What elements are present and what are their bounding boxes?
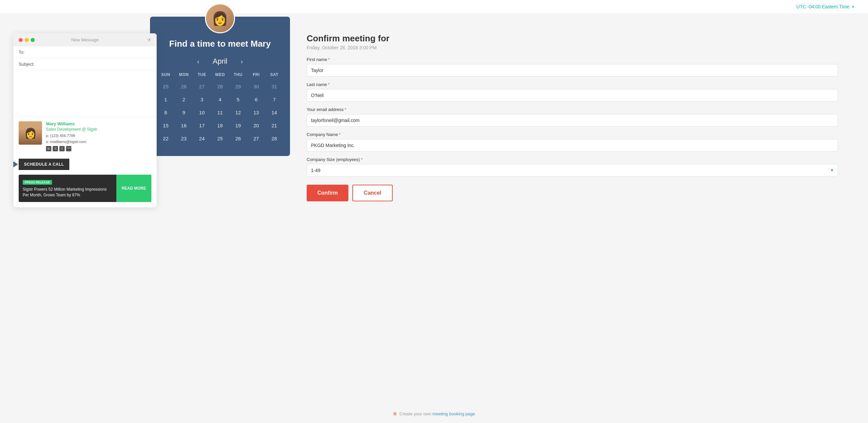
calendar-month: April — [213, 57, 227, 66]
calendar-day[interactable]: 4 — [211, 94, 229, 105]
last-name-input[interactable] — [307, 89, 838, 102]
required-indicator: * — [328, 57, 330, 62]
day-header-tue: TUE — [193, 71, 211, 78]
signature-info: Mary Williams Sales Development @ Sigstr… — [46, 121, 151, 151]
calendar-day[interactable]: 2 — [175, 94, 193, 105]
calendar-day[interactable]: 27 — [247, 133, 265, 144]
confirm-title: Confirm meeting for — [307, 33, 838, 44]
calendar-day[interactable]: 11 — [211, 107, 229, 118]
timezone-label: UTC -04:00 Eastern Time — [796, 4, 849, 9]
avatar-image: 👩 — [19, 121, 42, 145]
email-label: Your email address * — [307, 107, 838, 112]
calendar-day[interactable]: 28 — [265, 133, 283, 144]
next-month-button[interactable]: › — [241, 58, 243, 65]
calendar-day[interactable]: 22 — [157, 133, 175, 144]
host-avatar: 👩 — [205, 3, 235, 33]
calendar-day[interactable]: 26 — [229, 133, 247, 144]
calendar-day: 27 — [193, 81, 211, 92]
sig-social: in 𝕏 f 📷 — [46, 146, 151, 151]
required-indicator: * — [328, 82, 330, 87]
email-to-field[interactable]: To: — [13, 46, 157, 58]
calendar-day[interactable]: 9 — [175, 107, 193, 118]
arrow-indicator — [13, 158, 18, 170]
calendar-day[interactable]: 19 — [229, 120, 247, 131]
calendar-day[interactable]: 18 — [211, 120, 229, 131]
calendar-day[interactable]: 5 — [229, 94, 247, 105]
last-name-group: Last name * — [307, 82, 838, 102]
first-name-label: First name * — [307, 57, 838, 62]
sig-phone: p: (123) 456-7789 — [46, 133, 151, 139]
company-label: Company Name * — [307, 132, 838, 137]
email-group: Your email address * — [307, 107, 838, 127]
confirm-button[interactable]: Confirm — [307, 185, 348, 201]
close-window-button[interactable] — [19, 38, 23, 42]
calendar-day[interactable]: 1 — [157, 94, 175, 105]
prev-month-button[interactable]: ‹ — [197, 58, 199, 65]
calendar-week-row: 891011121314 — [157, 107, 283, 118]
calendar-day[interactable]: 17 — [193, 120, 211, 131]
press-title: Sigstr Powers 52 Million Marketing Impre… — [23, 187, 112, 198]
top-bar: UTC -04:00 Eastern Time ▼ — [0, 0, 868, 13]
day-header-thu: THU — [229, 71, 247, 78]
calendar-avatar: 👩 — [150, 3, 290, 33]
meeting-booking-link[interactable]: meeting booking page — [432, 411, 475, 416]
sig-title: Sales Development @ Sigstr — [46, 127, 151, 132]
calendar-day: 28 — [211, 81, 229, 92]
first-name-input[interactable] — [307, 64, 838, 77]
timezone-selector[interactable]: UTC -04:00 Eastern Time ▼ — [796, 4, 855, 9]
calendar-day[interactable]: 6 — [247, 94, 265, 105]
company-size-group: Company Size (employees) * 1-49 50-199 2… — [307, 157, 838, 177]
company-group: Company Name * — [307, 132, 838, 152]
company-size-label: Company Size (employees) * — [307, 157, 838, 162]
company-size-select[interactable]: 1-49 50-199 200-999 1000+ — [307, 164, 838, 177]
calendar-day: 26 — [175, 81, 193, 92]
last-name-label: Last name * — [307, 82, 838, 87]
instagram-icon[interactable]: 📷 — [66, 146, 71, 151]
calendar-grid: SUN MON TUE WED THU FRI SAT 252627282930… — [150, 71, 290, 144]
calendar-day[interactable]: 7 — [265, 94, 283, 105]
calendar-day[interactable]: 10 — [193, 107, 211, 118]
company-input[interactable] — [307, 139, 838, 152]
facebook-icon[interactable]: f — [59, 146, 65, 151]
calendar-day[interactable]: 14 — [265, 107, 283, 118]
form-panel: Confirm meeting for Friday, October 28, … — [290, 20, 855, 215]
email-signature: 👩 Mary Williams Sales Development @ Sigs… — [13, 117, 157, 155]
calendar-day[interactable]: 25 — [211, 133, 229, 144]
confirm-date: Friday, October 28, 2016 3:00 PM — [307, 45, 838, 50]
email-title: New Message — [71, 37, 99, 42]
calendar-day[interactable]: 12 — [229, 107, 247, 118]
calendar-day: 29 — [229, 81, 247, 92]
calendar-day[interactable]: 20 — [247, 120, 265, 131]
traffic-lights — [19, 38, 35, 42]
schedule-call-button[interactable]: SCHEDULE A CALL — [19, 159, 69, 170]
calendar-day[interactable]: 16 — [175, 120, 193, 131]
day-header-mon: MON — [175, 71, 193, 78]
chevron-down-icon: ▼ — [851, 5, 855, 9]
maximize-window-button[interactable] — [31, 38, 35, 42]
calendar-header-row: SUN MON TUE WED THU FRI SAT — [157, 71, 283, 78]
email-titlebar: New Message ✈ — [13, 33, 157, 46]
read-more-button[interactable]: READ MORE — [116, 175, 151, 202]
calendar-day[interactable]: 8 — [157, 107, 175, 118]
calendar-day[interactable]: 24 — [193, 133, 211, 144]
email-body[interactable] — [13, 70, 157, 117]
calendar-week-row: 22232425262728 — [157, 133, 283, 144]
calendar-day[interactable]: 15 — [157, 120, 175, 131]
email-subject-field[interactable]: Subject: — [13, 58, 157, 70]
calendar-day[interactable]: 21 — [265, 120, 283, 131]
linkedin-icon[interactable]: in — [46, 146, 51, 151]
footer: ⚙ Create your own meeting booking page — [0, 405, 868, 423]
sig-email: e: mwilliams@sigstr.com — [46, 139, 151, 145]
calendar-day[interactable]: 13 — [247, 107, 265, 118]
minimize-window-button[interactable] — [25, 38, 29, 42]
day-header-sat: SAT — [265, 71, 283, 78]
calendar-day[interactable]: 23 — [175, 133, 193, 144]
email-input[interactable] — [307, 114, 838, 127]
calendar-day[interactable]: 3 — [193, 94, 211, 105]
press-label: PRESS RELEASE — [23, 180, 52, 185]
twitter-icon[interactable]: 𝕏 — [53, 146, 58, 151]
cancel-button[interactable]: Cancel — [352, 185, 392, 201]
day-header-fri: FRI — [247, 71, 265, 78]
hubspot-icon: ⚙ — [393, 411, 397, 416]
sig-name: Mary Williams — [46, 121, 151, 126]
